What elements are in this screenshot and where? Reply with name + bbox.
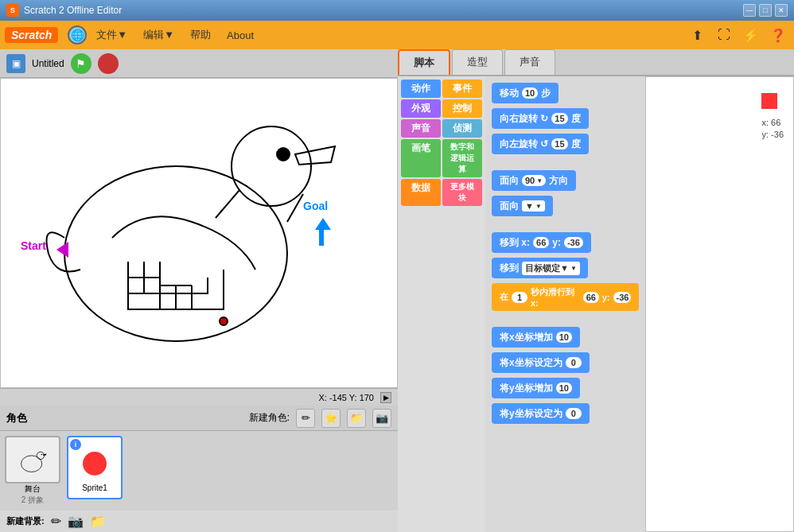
menu-file[interactable]: 文件▼ <box>90 25 134 45</box>
menubar: Scratch 🌐 文件▼ 编辑▼ 帮助 About ⬆ ⛶ ⚡ ❓ <box>0 21 794 49</box>
help-icon[interactable]: ❓ <box>767 24 789 46</box>
import-sprite-button[interactable]: 📁 <box>347 409 366 428</box>
paint-sprite-button[interactable]: ✏ <box>296 409 315 428</box>
stage-bg-area: 新建背景: ✏ 📷 📁 <box>0 511 398 532</box>
maximize-button[interactable]: □ <box>759 4 772 17</box>
paint-bg-button[interactable]: ✏ <box>51 514 61 529</box>
svg-marker-9 <box>315 218 331 230</box>
category-more[interactable]: 更多模块 <box>442 179 482 206</box>
goto-sprite-dropdown[interactable]: 目标锁定▼ <box>522 262 580 275</box>
stage-canvas[interactable]: Start Goal <box>0 78 398 388</box>
block-goto-xy[interactable]: 移到 x: 66 y: -36 <box>492 232 591 253</box>
move-steps-input[interactable]: 10 <box>522 87 538 99</box>
stage-bg-label: 新建背景: <box>6 515 45 527</box>
change-y-input[interactable]: 10 <box>556 382 572 394</box>
category-motion[interactable]: 动作 <box>401 80 441 98</box>
block-move[interactable]: 移动 10 步 <box>492 83 559 103</box>
tab-costumes[interactable]: 造型 <box>452 49 503 75</box>
sprite1-name: Sprite1 <box>82 483 107 492</box>
goto-y-input[interactable]: -36 <box>564 237 583 248</box>
category-looks[interactable]: 外观 <box>401 99 441 118</box>
block-spacer-3 <box>492 316 639 322</box>
block-set-y[interactable]: 将y坐标设定为 0 <box>492 403 590 424</box>
category-sound[interactable]: 声音 <box>401 119 441 138</box>
expand-button[interactable]: ▶ <box>380 392 391 403</box>
menu-edit[interactable]: 编辑▼ <box>137 25 181 45</box>
stage-thumbnail-area: 舞台 2 拼象 <box>5 436 60 506</box>
import-bg-button[interactable]: 📷 <box>68 514 84 529</box>
set-y-input[interactable]: 0 <box>566 408 582 419</box>
stage-label: 舞台 <box>25 483 41 495</box>
turbo-icon[interactable]: ⚡ <box>740 24 762 46</box>
block-point-direction[interactable]: 面向 90 方向 <box>492 170 576 191</box>
xy-coordinates: X: -145 Y: 170 <box>318 393 374 402</box>
blocks-scroll[interactable]: 移动 10 步 向右旋转 ↻ 15 度 向左旋转 ↺ 15 度 面向 <box>485 76 645 532</box>
category-pen[interactable]: 画笔 <box>401 139 441 177</box>
stop-button[interactable] <box>98 53 119 74</box>
palette-row-5: 数据 更多模块 <box>401 179 482 206</box>
svg-marker-7 <box>56 242 68 258</box>
menu-help[interactable]: 帮助 <box>184 25 217 45</box>
glide-x-input[interactable]: 66 <box>583 292 599 303</box>
stage-mini-svg <box>15 442 51 478</box>
stage-thumb[interactable] <box>5 436 60 483</box>
block-turn-left[interactable]: 向左旋转 ↺ 15 度 <box>492 134 589 154</box>
left-panel: ▣ Untitled ⚑ <box>0 49 398 532</box>
glide-y-input[interactable]: -36 <box>613 292 631 303</box>
glide-secs-input[interactable]: 1 <box>512 292 527 303</box>
camera-sprite-button[interactable]: 📷 <box>372 409 391 428</box>
set-x-input[interactable]: 0 <box>566 357 582 368</box>
tab-sounds[interactable]: 声音 <box>504 49 555 75</box>
upload-icon[interactable]: ⬆ <box>686 24 708 46</box>
green-flag-button[interactable]: ⚑ <box>71 53 91 74</box>
stage-img <box>13 440 53 480</box>
minimize-button[interactable]: — <box>743 4 756 17</box>
turn-right-input[interactable]: 15 <box>551 113 567 124</box>
sprite-dot <box>761 93 777 109</box>
script-workspace[interactable]: x: 66 y: -36 <box>645 76 794 532</box>
category-sensing[interactable]: 侦测 <box>442 119 482 138</box>
category-control[interactable]: 控制 <box>442 99 482 118</box>
block-turn-right[interactable]: 向右旋转 ↻ 15 度 <box>492 108 589 129</box>
info-badge[interactable]: i <box>70 439 81 450</box>
block-point-towards[interactable]: 面向 ▼ <box>492 196 553 216</box>
block-change-y[interactable]: 将y坐标增加 10 <box>492 378 580 398</box>
window-controls: — □ ✕ <box>743 4 788 17</box>
close-button[interactable]: ✕ <box>775 4 788 17</box>
stage-header: ▣ Untitled ⚑ <box>0 49 398 78</box>
stage-title: Untitled <box>32 58 64 69</box>
toolbar-icons: ⬆ ⛶ ⚡ ❓ <box>686 24 789 46</box>
block-spacer-2 <box>492 221 639 227</box>
category-operators[interactable]: 数字和逻辑运算 <box>442 139 482 177</box>
fullscreen-icon[interactable]: ⛶ <box>713 24 735 46</box>
app-icon: S <box>6 4 19 17</box>
svg-rect-10 <box>319 230 324 246</box>
menu-about[interactable]: About <box>220 26 260 45</box>
blocks-panel: 动作 事件 外观 控制 声音 侦测 画笔 数字和逻辑运算 数据 更多模块 <box>398 76 794 532</box>
sprite-header: 角色 新建角色: ✏ ⭐ 📁 📷 <box>0 406 398 431</box>
new-sprite-button[interactable]: ⭐ <box>321 409 341 428</box>
change-x-input[interactable]: 10 <box>556 332 572 343</box>
svg-point-12 <box>37 452 44 459</box>
block-set-x[interactable]: 将x坐标设定为 0 <box>492 352 590 373</box>
block-change-x[interactable]: 将x坐标增加 10 <box>492 327 580 348</box>
svg-point-4 <box>277 148 290 161</box>
sprite1-thumb[interactable]: i Sprite1 <box>67 436 123 499</box>
blocks-tabs: 脚本 造型 声音 <box>398 49 794 76</box>
new-sprite-label: 新建角色: <box>249 411 290 425</box>
category-data[interactable]: 数据 <box>401 179 441 206</box>
block-glide[interactable]: 在 1 秒内滑行到 x: 66 y: -36 <box>492 283 639 311</box>
direction-input[interactable]: 90 <box>522 175 546 186</box>
language-button[interactable]: 🌐 <box>68 25 87 45</box>
svg-point-13 <box>41 453 42 455</box>
tab-scripts[interactable]: 脚本 <box>398 49 450 75</box>
turn-left-input[interactable]: 15 <box>551 138 567 150</box>
sprite-list: 舞台 2 拼象 i Sprite1 <box>0 431 398 511</box>
towards-dropdown[interactable]: ▼ <box>522 200 545 212</box>
camera-bg-button[interactable]: 📁 <box>90 514 106 529</box>
category-events[interactable]: 事件 <box>442 80 482 98</box>
block-goto-sprite[interactable]: 移到 目标锁定▼ <box>492 258 588 278</box>
goto-x-input[interactable]: 66 <box>533 237 549 248</box>
svg-point-5 <box>220 317 228 325</box>
titlebar: S Scratch 2 Offline Editor — □ ✕ <box>0 0 794 21</box>
